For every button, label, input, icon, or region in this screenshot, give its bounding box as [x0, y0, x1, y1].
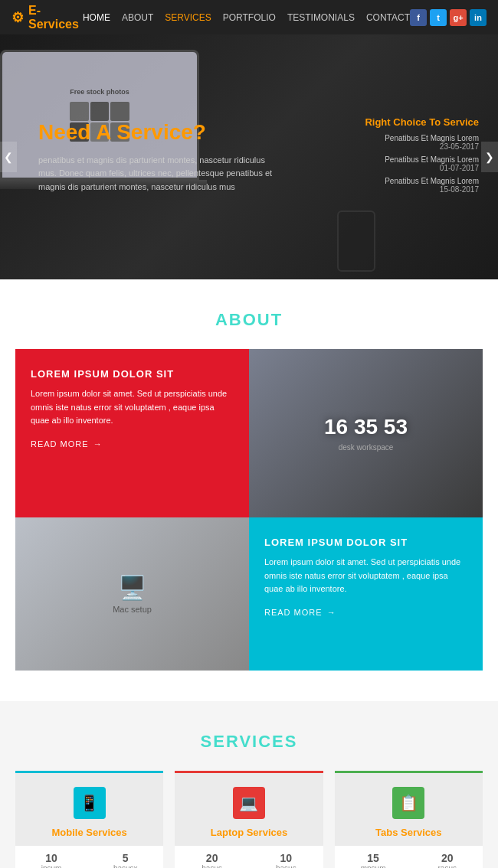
service-icon: 📱	[74, 787, 106, 819]
stat-label: basus	[201, 864, 222, 868]
nav-item-testimonials[interactable]: TESTIMONIALS	[287, 12, 355, 23]
about-image-desk: 🖥️ Mac setup	[15, 517, 249, 671]
stat-num: 5	[113, 852, 138, 864]
service-stats: 10 ipsum 5 basusx	[15, 846, 163, 868]
stat-num: 20	[201, 852, 222, 864]
social-icon-gp[interactable]: g+	[450, 9, 467, 26]
social-icon-fb[interactable]: f	[410, 9, 427, 26]
hero-news-item: Penatibus Et Magnis Lorem15-08-2017	[365, 177, 479, 194]
news-date: 01-07-2017	[365, 164, 479, 172]
service-icon-area: 📋	[335, 773, 483, 827]
nav-item-home[interactable]: HOME	[83, 12, 110, 23]
hero-title: Need A Service?	[38, 120, 282, 145]
social-icons: ftg+in	[410, 9, 487, 26]
about-card1-read-more[interactable]: READ MORE →	[31, 439, 234, 449]
stat-item: 10 ipsum	[41, 852, 62, 868]
news-date: 23-05-2017	[365, 142, 479, 151]
about-grid: LOREM IPSUM DOLOR SIT Lorem ipsum dolor …	[15, 349, 483, 671]
stat-num: 15	[361, 852, 386, 864]
stat-label: ipsum	[41, 864, 62, 868]
about-card-red: LOREM IPSUM DOLOR SIT Lorem ipsum dolor …	[15, 349, 249, 517]
social-icon-li[interactable]: in	[470, 9, 487, 26]
about-card2-read-more[interactable]: READ MORE →	[264, 608, 467, 617]
service-name: Laptop Services	[175, 827, 323, 838]
hero-text: penatibus et magnis dis parturient monte…	[38, 154, 282, 194]
service-name: Tabs Services	[335, 827, 483, 838]
nav-item-about[interactable]: ABOUT	[122, 12, 153, 23]
news-title: Penatibus Et Magnis Lorem	[365, 134, 479, 142]
about-card1-title: LOREM IPSUM DOLOR SIT	[31, 368, 234, 380]
stat-item: 20 basus	[201, 852, 222, 868]
about-image-clock: 16 35 53 desk workspace	[249, 349, 483, 517]
nav-item-services[interactable]: SERVICES	[165, 12, 211, 23]
about-card-blue: LOREM IPSUM DOLOR SIT Lorem ipsum dolor …	[249, 517, 483, 671]
hero-prev-button[interactable]: ❮	[0, 142, 17, 172]
about-image-clock-inner: 16 35 53 desk workspace	[249, 349, 483, 517]
stat-num: 10	[276, 852, 297, 864]
about-section: ABOUT LOREM IPSUM DOLOR SIT Lorem ipsum …	[0, 279, 498, 701]
logo[interactable]: ⚙ E-Services	[11, 4, 83, 31]
hero-right-panel: Right Choice To Service Penatibus Et Mag…	[365, 116, 479, 198]
hero-section: ❮ Free stock photos N	[0, 34, 498, 279]
social-icon-tw[interactable]: t	[430, 9, 447, 26]
service-icon: 📋	[392, 787, 424, 819]
service-stats: 20 basus 10 basus	[175, 846, 323, 868]
about-card2-text: Lorem ipsum dolor sit amet. Sed ut persp…	[264, 556, 467, 596]
phone-decoration	[337, 210, 375, 272]
stat-item: 5 basusx	[113, 852, 138, 868]
clock-display: 16 35 53	[324, 415, 408, 439]
hero-news-list: Penatibus Et Magnis Lorem23-05-2017Penat…	[365, 134, 479, 194]
hero-content: Need A Service? penatibus et magnis dis …	[23, 120, 297, 194]
about-title: ABOUT	[15, 310, 483, 330]
header: ⚙ E-Services HOMEABOUTSERVICESPORTFOLIOT…	[0, 0, 498, 34]
about-card1-text: Lorem ipsum dolor sit amet. Sed ut persp…	[31, 387, 234, 428]
news-title: Penatibus Et Magnis Lorem	[365, 155, 479, 164]
stat-num: 20	[438, 852, 457, 864]
service-card: 📱 Mobile Services 10 ipsum 5 basusx	[15, 771, 163, 868]
nav-item-contact[interactable]: CONTACT	[366, 12, 410, 23]
stat-label: mpsum	[361, 864, 386, 868]
hero-next-button[interactable]: ❯	[481, 142, 498, 172]
service-card: 📋 Tabs Services 15 mpsum 20 rasus	[335, 771, 483, 868]
service-icon: 💻	[233, 787, 265, 819]
news-date: 15-08-2017	[365, 185, 479, 194]
hero-news-item: Penatibus Et Magnis Lorem23-05-2017	[365, 134, 479, 151]
service-name: Mobile Services	[15, 827, 163, 838]
logo-text: E-Services	[28, 4, 83, 31]
stat-item: 10 basus	[276, 852, 297, 868]
about-image-desk-inner: 🖥️ Mac setup	[15, 517, 249, 671]
stat-item: 20 rasus	[438, 852, 457, 868]
service-stats: 15 mpsum 20 rasus	[335, 846, 483, 868]
hero-right-title: Right Choice To Service	[365, 116, 479, 128]
service-icon-area: 📱	[15, 773, 163, 827]
services-section: SERVICES 📱 Mobile Services 10 ipsum 5 ba…	[0, 701, 498, 868]
stat-num: 10	[41, 852, 62, 864]
service-icon-area: 💻	[175, 773, 323, 827]
hero-news-item: Penatibus Et Magnis Lorem01-07-2017	[365, 155, 479, 172]
service-card: 💻 Laptop Services 20 basus 10 basus	[175, 771, 323, 868]
news-title: Penatibus Et Magnis Lorem	[365, 177, 479, 185]
about-card2-title: LOREM IPSUM DOLOR SIT	[264, 537, 467, 548]
services-grid: 📱 Mobile Services 10 ipsum 5 basusx 💻 La…	[15, 771, 483, 868]
stat-item: 15 mpsum	[361, 852, 386, 868]
main-nav: HOMEABOUTSERVICESPORTFOLIOTESTIMONIALSCO…	[83, 12, 410, 23]
stat-label: rasus	[438, 864, 457, 868]
stat-label: basus	[276, 864, 297, 868]
services-title: SERVICES	[15, 732, 483, 752]
nav-item-portfolio[interactable]: PORTFOLIO	[223, 12, 276, 23]
logo-icon: ⚙	[11, 9, 24, 26]
stat-label: basusx	[113, 864, 138, 868]
